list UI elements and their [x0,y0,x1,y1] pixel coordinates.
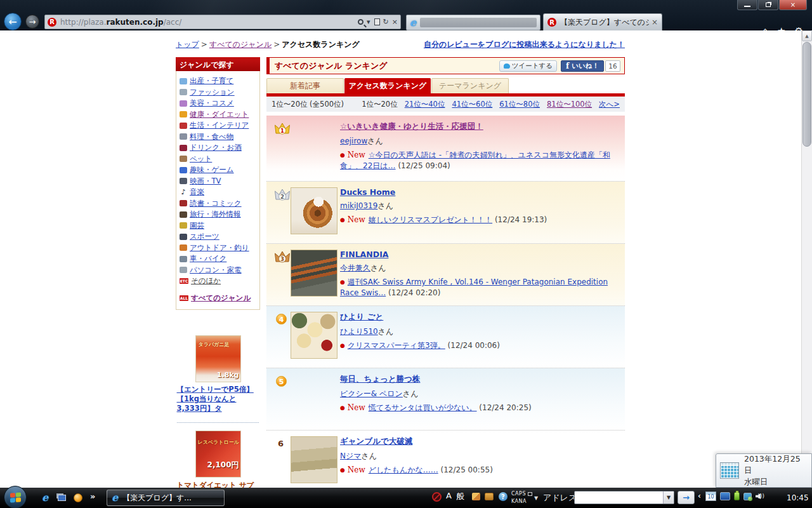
genre-link[interactable]: すべてのジャンル [191,293,251,303]
vertical-scrollbar[interactable]: ▲ ▼ [801,30,812,488]
genre-link[interactable]: ドリンク・お酒 [190,143,242,152]
review-notice-link[interactable]: 自分のレビューをブログに投稿出来るようになりました！ [424,39,625,50]
blog-thumbnail-lion-plush[interactable] [291,187,337,234]
back-button[interactable]: ← [4,13,22,30]
tab-new-articles[interactable]: 新着記事 [266,78,344,93]
ad-tomato-caption[interactable]: トマトダイエット サプリメント=【レスベラトロ [177,481,259,488]
sidebar-item-travel[interactable]: 旅行・海外情報 [178,209,258,220]
sidebar-item-all-genres[interactable]: ALLすべてのジャンル [178,293,258,304]
genre-link[interactable]: 健康・ダイエット [190,110,249,119]
forward-button[interactable]: → [25,15,39,29]
post-title-link[interactable]: 嬉しいクリスマスプレゼント！！！ [369,215,492,224]
genre-link[interactable]: 映画・TV [190,177,221,186]
sidebar-item-music[interactable]: ♪音楽 [178,187,258,198]
ad-tomato[interactable]: レスベラトロール 2,100円 トマトダイエット サプリメント=【レスベラトロ [176,431,260,488]
address-go-button[interactable]: → [678,491,695,504]
sidebar-item-beauty[interactable]: 美容・コスメ [178,98,258,109]
ime-caps-kana-indicator[interactable]: CAPS KANA [511,490,532,505]
search-icon[interactable] [358,19,363,25]
ime-options-dropdown-icon[interactable]: ▼ [534,495,538,501]
network-icon[interactable] [743,493,752,500]
close-button[interactable]: × [779,0,807,10]
sidebar-item-pet[interactable]: ペット [178,154,258,165]
ime-general-mode-button[interactable]: 般 [456,491,464,502]
sidebar-item-health[interactable]: 健康・ダイエット [178,109,258,121]
ad-crab-image[interactable]: タラバガニ足 1.8kg [195,335,241,382]
sidebar-item-sports[interactable]: スポーツ [178,231,258,243]
sidebar-item-pc[interactable]: パソコン・家電 [178,265,258,276]
author-link[interactable]: mikiJ0319 [340,201,377,210]
blog-thumbnail-park-bench[interactable] [291,250,337,297]
browser-tab-active[interactable]: R 【楽天ブログ】すべてのジ... × [543,13,662,30]
pagination-link[interactable]: 21位〜40位 [405,100,445,109]
post-title-link[interactable]: 週刊SAK- Swiss Army Knife , Vol.146 - Weng… [340,277,608,297]
sidebar-item-living[interactable]: 生活・インテリア [178,120,258,131]
genre-link[interactable]: そのほか [191,276,221,286]
taskbar-overflow-chevron[interactable]: » [90,491,95,501]
ime-dictionary-icon[interactable] [485,493,494,500]
quicklaunch-app-icon[interactable] [71,491,85,505]
blog-title-link[interactable]: FINLANDIA [340,250,388,259]
sidebar-item-movie[interactable]: 映画・TV [178,176,258,187]
author-link[interactable]: ひより510 [340,327,378,336]
ad-tomato-image[interactable]: レスベラトロール 2,100円 [195,431,241,478]
pagination-link[interactable]: 81位〜100位 [547,100,592,109]
genre-link[interactable]: 音楽 [190,187,204,197]
facebook-like-button[interactable]: f いいね！ [561,60,604,72]
author-link[interactable]: eejirow [340,137,367,145]
ime-help-icon[interactable]: ? [499,492,508,501]
blog-title-link[interactable]: Ducks Home [340,187,395,197]
blog-thumbnail-christmas-cookies[interactable] [291,312,337,359]
quicklaunch-desktop-icon[interactable] [55,491,69,505]
tweet-button[interactable]: ツイートする [499,60,557,72]
genre-link[interactable]: 生活・インテリア [190,121,249,130]
ad-crab[interactable]: タラバガニ足 1.8kg 【エントリーでP5倍】【1kg当りなんと3,333円】… [176,335,260,413]
genre-link[interactable]: 趣味・ゲーム [190,165,234,175]
tray-calendar-icon[interactable]: 10 [705,491,716,501]
url-text[interactable]: http://plaza.rakuten.co.jp/acc/ [60,18,358,27]
volume-icon[interactable]: ))) [756,492,764,500]
author-link[interactable]: ピクシー& ペロン [340,389,403,398]
blog-title-link[interactable]: ☆いきいき健康・ゆとり生活・応援団！ [340,121,483,132]
genre-link[interactable]: パソコン・家電 [190,265,242,275]
tray-expand-chevron[interactable]: ‹ [698,491,701,500]
sidebar-item-birth[interactable]: 出産・子育て [178,76,258,87]
stop-icon[interactable]: × [392,18,398,26]
ime-input-mode-button[interactable]: A [446,491,452,500]
ime-tools-icon[interactable] [472,493,480,500]
genre-link[interactable]: 料理・食べ物 [190,132,233,142]
quicklaunch-ie-icon[interactable]: e [38,491,52,505]
sidebar-item-car[interactable]: 車・バイク [178,253,258,265]
breadcrumb-top-link[interactable]: トップ [176,40,199,49]
ad-crab-caption-link[interactable]: 【エントリーでP5倍】【1kg当りなんと3,333円】タ [177,385,259,413]
new-tab-stub[interactable]: e [406,15,540,30]
author-link[interactable]: Nジマ [340,451,362,460]
author-link[interactable]: 今井兼久 [340,264,370,272]
pagination-link[interactable]: 41位〜60位 [452,100,492,109]
post-title-link[interactable]: ☆今日の天声人語は -「雑煮の夫婦別れ」、ユネスコ無形文化遺産「和食」、22日は… [340,150,610,170]
scroll-up-button[interactable]: ▲ [802,30,812,41]
genre-link[interactable]: アウトドア・釣り [190,243,249,253]
refresh-icon[interactable]: ↻ [383,18,389,26]
blog-title-link[interactable]: ギャンブルで大破滅 [340,436,412,447]
genre-link[interactable]: ファッション [190,88,235,97]
pagination-link[interactable]: 次へ> [599,100,620,109]
post-title-link[interactable]: クリスマスパーティ第3弾。 [348,341,445,350]
pagination-link[interactable]: 61位〜80位 [499,100,540,109]
blog-thumbnail-money-bills[interactable] [291,436,337,483]
search-dropdown-icon[interactable]: ▾ [367,18,370,26]
start-button[interactable] [4,486,27,508]
tray-display-icon[interactable] [720,492,730,500]
sidebar-item-hobby[interactable]: 趣味・ゲーム [178,164,258,176]
blog-title-link[interactable]: 毎日、ちょっと勝つ株 [340,374,420,385]
address-toolbar-input[interactable]: ▼ [574,491,674,504]
address-bar[interactable]: R http://plaza.rakuten.co.jp/acc/ ▾ ↻ × [44,15,401,29]
post-title-link[interactable]: どしたもんかな…… [369,465,438,474]
breadcrumb-genre-link[interactable]: すべてのジャンル [209,40,272,49]
battery-icon[interactable] [734,492,740,500]
genre-link[interactable]: スポーツ [190,232,219,241]
genre-link[interactable]: 出産・子育て [190,76,233,86]
genre-link[interactable]: 旅行・海外情報 [190,210,241,219]
ime-disabled-icon[interactable] [432,492,442,502]
sidebar-item-outdoor[interactable]: アウトドア・釣り [178,243,258,254]
